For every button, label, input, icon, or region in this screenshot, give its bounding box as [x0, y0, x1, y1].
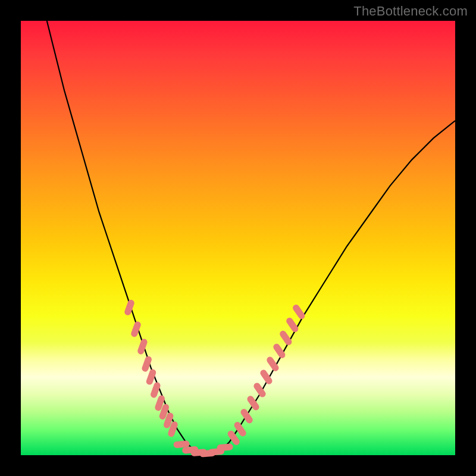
curve-markers-group	[128, 303, 302, 454]
curve-marker	[264, 373, 269, 381]
curve-marker	[145, 359, 148, 368]
curve-marker	[244, 412, 249, 420]
curve-marker	[158, 399, 161, 408]
curve-marker	[290, 321, 295, 328]
curve-marker	[212, 452, 221, 452]
chart-svg	[21, 21, 455, 455]
curve-marker	[270, 360, 275, 368]
curve-marker	[162, 408, 165, 416]
curve-marker	[237, 425, 243, 433]
curve-marker	[171, 425, 174, 434]
curve-marker	[141, 342, 144, 351]
curve-marker	[257, 386, 262, 394]
curve-marker	[134, 325, 138, 334]
curve-marker	[277, 347, 282, 355]
curve-marker	[296, 308, 302, 316]
curve-marker	[177, 444, 186, 444]
curve-marker	[167, 416, 170, 425]
curve-marker	[283, 334, 289, 342]
curve-marker	[220, 447, 230, 447]
curve-marker	[154, 386, 157, 394]
curve-marker	[231, 434, 236, 441]
curve-marker	[128, 303, 131, 312]
curve-marker	[250, 399, 256, 407]
curve-marker	[149, 372, 152, 381]
bottleneck-curve-path	[47, 21, 455, 455]
watermark-text: TheBottleneck.com	[353, 4, 468, 19]
chart-plot-area	[21, 21, 455, 455]
